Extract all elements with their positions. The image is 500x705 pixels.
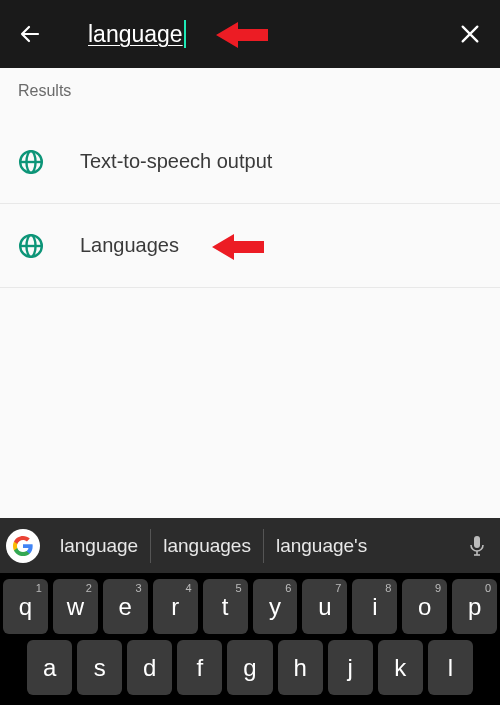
globe-icon: [18, 233, 44, 259]
microphone-icon: [468, 535, 486, 557]
result-item-label: Text-to-speech output: [80, 150, 272, 173]
voice-input-button[interactable]: [460, 529, 494, 563]
key-w[interactable]: w2: [53, 579, 98, 634]
suggestion-2[interactable]: languages: [150, 529, 263, 563]
empty-area: [0, 288, 500, 458]
key-alt-number: 0: [485, 582, 491, 594]
key-q[interactable]: q1: [3, 579, 48, 634]
back-arrow-icon: [18, 22, 42, 46]
google-logo-icon[interactable]: [6, 529, 40, 563]
key-r[interactable]: r4: [153, 579, 198, 634]
search-bar: language: [0, 0, 500, 68]
key-o[interactable]: o9: [402, 579, 447, 634]
key-p[interactable]: p0: [452, 579, 497, 634]
result-item-tts[interactable]: Text-to-speech output: [0, 120, 500, 204]
key-row-2: asdfghjkl: [3, 640, 497, 695]
key-f[interactable]: f: [177, 640, 222, 695]
back-button[interactable]: [10, 14, 50, 54]
key-d[interactable]: d: [127, 640, 172, 695]
key-y[interactable]: y6: [253, 579, 298, 634]
key-rows: q1w2e3r4t5y6u7i8o9p0 asdfghjkl: [0, 573, 500, 705]
text-cursor: [184, 20, 186, 48]
key-i[interactable]: i8: [352, 579, 397, 634]
key-alt-number: 6: [285, 582, 291, 594]
key-alt-number: 1: [36, 582, 42, 594]
search-input[interactable]: language: [50, 20, 186, 48]
suggestion-bar: language languages language's: [0, 518, 500, 573]
key-alt-number: 8: [385, 582, 391, 594]
key-u[interactable]: u7: [302, 579, 347, 634]
key-h[interactable]: h: [278, 640, 323, 695]
key-alt-number: 3: [136, 582, 142, 594]
annotation-arrow-languages: [212, 232, 260, 260]
key-row-1: q1w2e3r4t5y6u7i8o9p0: [3, 579, 497, 634]
globe-icon: [18, 149, 44, 175]
key-k[interactable]: k: [378, 640, 423, 695]
suggestion-1[interactable]: language: [48, 529, 150, 563]
result-item-languages[interactable]: Languages: [0, 204, 500, 288]
suggestion-3[interactable]: language's: [263, 529, 379, 563]
key-alt-number: 4: [186, 582, 192, 594]
search-input-value: language: [50, 21, 183, 48]
result-item-label: Languages: [80, 234, 179, 257]
key-e[interactable]: e3: [103, 579, 148, 634]
key-j[interactable]: j: [328, 640, 373, 695]
key-alt-number: 7: [335, 582, 341, 594]
annotation-arrow-search: [216, 20, 264, 48]
key-alt-number: 5: [235, 582, 241, 594]
svg-rect-4: [474, 536, 480, 548]
clear-search-button[interactable]: [450, 14, 490, 54]
results-section: Results Text-to-speech output Languages: [0, 68, 500, 288]
close-icon: [459, 23, 481, 45]
results-header: Results: [0, 82, 500, 120]
key-g[interactable]: g: [227, 640, 272, 695]
key-alt-number: 2: [86, 582, 92, 594]
key-l[interactable]: l: [428, 640, 473, 695]
key-a[interactable]: a: [27, 640, 72, 695]
key-alt-number: 9: [435, 582, 441, 594]
on-screen-keyboard: language languages language's q1w2e3r4t5…: [0, 518, 500, 705]
key-s[interactable]: s: [77, 640, 122, 695]
key-t[interactable]: t5: [203, 579, 248, 634]
